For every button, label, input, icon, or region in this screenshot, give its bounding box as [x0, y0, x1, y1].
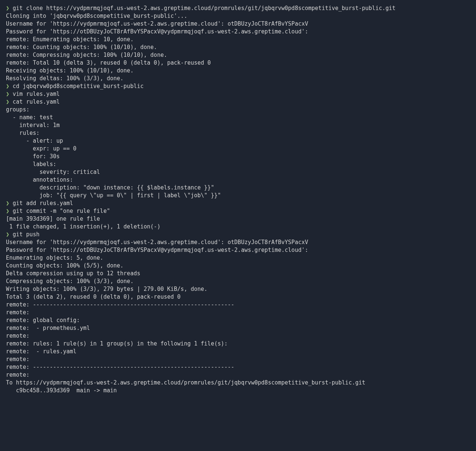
output-text: labels:: [6, 161, 56, 168]
terminal-line: remote: Enumerating objects: 10, done.: [6, 36, 470, 43]
terminal-line: - alert: up: [6, 137, 470, 145]
terminal-line: Writing objects: 100% (3/3), 279 bytes |…: [6, 285, 470, 293]
terminal-line: ❯ git add rules.yaml: [6, 199, 470, 207]
command-text: git push: [9, 231, 39, 238]
output-text: remote: Enumerating objects: 10, done.: [6, 36, 134, 43]
terminal-line: ❯ cat rules.yaml: [6, 98, 470, 106]
terminal-line: remote: global config:: [6, 317, 470, 324]
output-text: remote: global config:: [6, 317, 80, 324]
terminal-line: remote:: [6, 309, 470, 317]
terminal-line: expr: up == 0: [6, 145, 470, 153]
terminal-line: ❯ cd jqbqrvw0pd8scompetitive_burst-publi…: [6, 82, 470, 90]
terminal-line: Resolving deltas: 100% (3/3), done.: [6, 75, 470, 82]
terminal-line: 1 file changed, 1 insertion(+), 1 deleti…: [6, 223, 470, 231]
terminal-line: Password for 'https://otDBUzyJoCT8rAfBvY…: [6, 246, 470, 254]
output-text: Writing objects: 100% (3/3), 279 bytes |…: [6, 286, 208, 292]
output-text: annotations:: [6, 176, 73, 183]
terminal-line: remote: Total 10 (delta 3), reused 0 (de…: [6, 59, 470, 67]
terminal-output[interactable]: ❯ git clone https://vydpmrmqjoqf.us-west…: [6, 4, 470, 395]
command-text: cat rules.yaml: [9, 98, 60, 105]
terminal-line: rules:: [6, 129, 470, 137]
terminal-line: Receiving objects: 100% (10/10), done.: [6, 67, 470, 75]
terminal-line: remote:: [6, 371, 470, 379]
prompt-symbol: ❯: [6, 208, 9, 214]
output-text: c9bc458..393d369 main -> main: [6, 387, 117, 394]
terminal-line: remote: - rules.yaml: [6, 348, 470, 356]
terminal-line: remote: --------------------------------…: [6, 301, 470, 309]
terminal-line: Cloning into 'jqbqrvw0pd8scompetitive_bu…: [6, 12, 470, 20]
terminal-line: annotations:: [6, 176, 470, 184]
terminal-line: for: 30s: [6, 153, 470, 160]
terminal-line: Username for 'https://vydpmrmqjoqf.us-we…: [6, 239, 470, 246]
output-text: remote: Counting objects: 100% (10/10), …: [6, 44, 157, 51]
output-text: interval: 1m: [6, 122, 60, 129]
terminal-line: ❯ git clone https://vydpmrmqjoqf.us-west…: [6, 4, 470, 12]
command-text: git add rules.yaml: [9, 200, 73, 207]
prompt-symbol: ❯: [6, 98, 9, 105]
prompt-symbol: ❯: [6, 231, 9, 238]
output-text: remote:: [6, 332, 29, 339]
output-text: - name: test: [6, 114, 53, 121]
prompt-symbol: ❯: [6, 83, 9, 90]
terminal-line: severity: critical: [6, 168, 470, 176]
terminal-line: [main 393d369] one rule file: [6, 215, 470, 223]
output-text: Enumerating objects: 5, done.: [6, 254, 103, 261]
terminal-line: remote: Counting objects: 100% (10/10), …: [6, 43, 470, 51]
output-text: job: "{{ query \"up == 0\" | first | lab…: [6, 192, 221, 199]
terminal-line: To https://vydpmrmqjoqf.us-west-2.aws.gr…: [6, 379, 470, 387]
terminal-line: c9bc458..393d369 main -> main: [6, 387, 470, 395]
output-text: remote:: [6, 309, 29, 316]
output-text: [main 393d369] one rule file: [6, 215, 100, 222]
terminal-line: Delta compression using up to 12 threads: [6, 270, 470, 278]
output-text: 1 file changed, 1 insertion(+), 1 deleti…: [6, 223, 160, 230]
prompt-symbol: ❯: [6, 200, 9, 207]
terminal-line: Compressing objects: 100% (3/3), done.: [6, 278, 470, 285]
terminal-line: labels:: [6, 160, 470, 168]
terminal-line: description: "down instance: {{ $labels.…: [6, 184, 470, 192]
output-text: remote: - rules.yaml: [6, 348, 77, 355]
output-text: description: "down instance: {{ $labels.…: [6, 184, 214, 191]
command-text: cd jqbqrvw0pd8scompetitive_burst-public: [9, 83, 144, 90]
terminal-line: ❯ git commit -m "one rule file": [6, 207, 470, 215]
terminal-line: remote: Compressing objects: 100% (10/10…: [6, 51, 470, 59]
terminal-line: groups:: [6, 106, 470, 114]
output-text: Cloning into 'jqbqrvw0pd8scompetitive_bu…: [6, 13, 187, 19]
output-text: expr: up == 0: [6, 145, 77, 152]
command-text: git commit -m "one rule file": [9, 208, 110, 214]
output-text: remote: --------------------------------…: [6, 301, 234, 308]
output-text: Username for 'https://vydpmrmqjoqf.us-we…: [6, 20, 308, 27]
output-text: Compressing objects: 100% (3/3), done.: [6, 278, 134, 285]
terminal-line: Total 3 (delta 2), reused 0 (delta 0), p…: [6, 293, 470, 301]
command-text: vim rules.yaml: [9, 91, 60, 97]
output-text: To https://vydpmrmqjoqf.us-west-2.aws.gr…: [6, 379, 365, 386]
output-text: Password for 'https://otDBUzyJoCT8rAfBvY…: [6, 247, 308, 253]
terminal-line: ❯ vim rules.yaml: [6, 90, 470, 98]
prompt-symbol: ❯: [6, 91, 9, 97]
terminal-line: remote: --------------------------------…: [6, 363, 470, 371]
terminal-line: Username for 'https://vydpmrmqjoqf.us-we…: [6, 20, 470, 28]
terminal-line: remote: rules: 1 rule(s) in 1 group(s) i…: [6, 340, 470, 348]
output-text: remote: --------------------------------…: [6, 364, 234, 370]
output-text: remote: rules: 1 rule(s) in 1 group(s) i…: [6, 340, 228, 347]
output-text: remote: - prometheus.yml: [6, 325, 90, 331]
output-text: Counting objects: 100% (5/5), done.: [6, 262, 123, 269]
output-text: remote: Total 10 (delta 3), reused 0 (de…: [6, 59, 211, 66]
terminal-line: - name: test: [6, 114, 470, 121]
terminal-line: Counting objects: 100% (5/5), done.: [6, 262, 470, 270]
output-text: severity: critical: [6, 169, 100, 175]
command-text: git clone https://vydpmrmqjoqf.us-west-2…: [9, 5, 396, 12]
output-text: Receiving objects: 100% (10/10), done.: [6, 67, 134, 74]
terminal-line: remote:: [6, 356, 470, 363]
output-text: Username for 'https://vydpmrmqjoqf.us-we…: [6, 239, 308, 246]
terminal-line: interval: 1m: [6, 121, 470, 129]
output-text: Resolving deltas: 100% (3/3), done.: [6, 75, 123, 82]
terminal-line: remote: - prometheus.yml: [6, 324, 470, 332]
terminal-line: remote:: [6, 332, 470, 340]
output-text: groups:: [6, 106, 29, 113]
output-text: rules:: [6, 130, 39, 136]
terminal-line: ❯ git push: [6, 231, 470, 239]
output-text: Password for 'https://otDBUzyJoCT8rAfBvY…: [6, 28, 308, 35]
terminal-line: Enumerating objects: 5, done.: [6, 254, 470, 262]
output-text: remote:: [6, 371, 29, 378]
terminal-line: job: "{{ query \"up == 0\" | first | lab…: [6, 192, 470, 199]
